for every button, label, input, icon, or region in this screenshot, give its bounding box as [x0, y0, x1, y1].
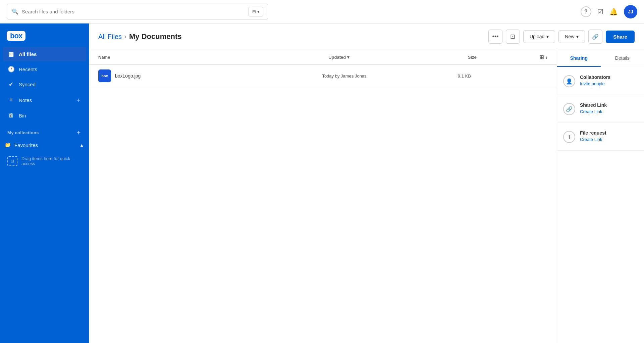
toolbar: All Files › My Documents ••• ⊡ Upload ▾ …: [89, 23, 644, 50]
main: All Files › My Documents ••• ⊡ Upload ▾ …: [89, 23, 644, 343]
filter-button[interactable]: ⊞ ▾: [249, 7, 263, 16]
file-request-icon: ⬆: [563, 131, 575, 143]
sidebar-item-notes[interactable]: ≡ Notes ＋: [3, 92, 86, 108]
sidebar-item-label: Notes: [19, 97, 71, 103]
search-container: 🔍 ⊞ ▾: [7, 4, 268, 19]
breadcrumb-separator: ›: [124, 33, 126, 40]
file-request-section: ⬆ File request Create Link: [557, 123, 644, 151]
drag-hint-text: Drag items here for quick access: [21, 156, 82, 166]
bin-icon: 🗑: [7, 112, 15, 119]
col-header-size: Size: [468, 55, 536, 60]
content-area: Name Updated ▾ Size ⊞ › box: [89, 50, 644, 343]
favourites-icon: 📁: [5, 142, 11, 148]
collections-section-title: My collections ＋: [0, 122, 89, 139]
sidebar-item-label: Recents: [19, 66, 82, 72]
new-arrow-icon: ▾: [576, 34, 579, 39]
collaborators-content: Collaborators Invite people: [580, 75, 638, 86]
collections-add-icon[interactable]: ＋: [75, 129, 82, 137]
sidebar-item-label: Bin: [19, 113, 82, 118]
table-row[interactable]: box boxLogo.jpg Today by James Jonas 9.1…: [89, 65, 557, 87]
file-thumbnail: box: [98, 69, 111, 82]
topbar-right: ? ☑ 🔔 JJ: [581, 5, 637, 18]
breadcrumb: All Files › My Documents: [98, 32, 484, 41]
shared-link-icon: 🔗: [563, 103, 575, 115]
breadcrumb-parent[interactable]: All Files: [98, 33, 122, 41]
recents-icon: 🕐: [7, 66, 15, 73]
collections-label: My collections: [7, 130, 39, 135]
collaborators-section: 👤 Collaborators Invite people: [557, 67, 644, 95]
all-files-icon: ▦: [7, 51, 15, 58]
collaborators-title: Collaborators: [580, 75, 638, 80]
breadcrumb-current: My Documents: [129, 32, 181, 41]
share-button[interactable]: Share: [606, 31, 635, 43]
sidebar-item-bin[interactable]: 🗑 Bin: [3, 108, 86, 122]
sort-icon: ▾: [347, 55, 350, 60]
more-options-button[interactable]: •••: [488, 30, 502, 44]
help-icon[interactable]: ?: [581, 6, 591, 17]
sharing-tabs: Sharing Details: [557, 50, 644, 67]
checklist-icon[interactable]: ☑: [597, 8, 603, 16]
file-name: boxLogo.jpg: [115, 73, 141, 79]
file-icon-text: box: [101, 74, 108, 78]
preview-button[interactable]: ⊡: [506, 30, 520, 44]
shared-link-section: 🔗 Shared Link Create Link: [557, 95, 644, 123]
table-header: Name Updated ▾ Size ⊞ ›: [89, 50, 557, 65]
new-label: New: [565, 34, 574, 39]
sidebar-item-favourites[interactable]: 📁 Favourites ▲: [0, 139, 89, 151]
search-input[interactable]: [22, 9, 242, 14]
sidebar-item-label: All files: [19, 51, 82, 57]
shared-link-content: Shared Link Create Link: [580, 102, 638, 114]
shared-link-title: Shared Link: [580, 102, 638, 108]
search-icon: 🔍: [12, 8, 18, 15]
topbar: 🔍 ⊞ ▾ ? ☑ 🔔 JJ: [0, 0, 644, 23]
toolbar-actions: ••• ⊡ Upload ▾ New ▾ 🔗 Share: [488, 30, 635, 44]
sidebar: box ▦ All files 🕐 Recents ✔ Synced ≡ Not…: [0, 23, 89, 343]
favourites-label: Favourites: [14, 142, 38, 148]
copy-link-button[interactable]: 🔗: [588, 30, 602, 44]
file-request-content: File request Create Link: [580, 130, 638, 142]
col-header-name: Name: [98, 55, 325, 60]
sidebar-item-recents[interactable]: 🕐 Recents: [3, 62, 86, 77]
bell-icon[interactable]: 🔔: [609, 8, 618, 16]
sidebar-logo: box: [0, 23, 89, 47]
favourites-chevron-icon: ▲: [79, 142, 84, 148]
file-updated: Today by James Jonas: [322, 74, 454, 79]
search-box: 🔍 ⊞ ▾: [7, 4, 268, 19]
sidebar-nav: ▦ All files 🕐 Recents ✔ Synced ≡ Notes ＋…: [0, 47, 89, 122]
logo-text: box: [7, 31, 25, 41]
sidebar-item-label: Synced: [19, 82, 82, 87]
file-name-cell: box boxLogo.jpg: [98, 69, 319, 82]
sharing-panel: Sharing Details 👤 Collaborators Invite p…: [557, 50, 644, 343]
sidebar-item-all-files[interactable]: ▦ All files: [3, 47, 86, 61]
notes-add-icon[interactable]: ＋: [75, 96, 82, 104]
sidebar-item-synced[interactable]: ✔ Synced: [3, 77, 86, 92]
upload-label: Upload: [530, 34, 544, 39]
tab-details[interactable]: Details: [601, 50, 644, 67]
invite-people-link[interactable]: Invite people: [580, 81, 638, 86]
file-table: Name Updated ▾ Size ⊞ › box: [89, 50, 557, 343]
avatar[interactable]: JJ: [624, 5, 637, 18]
drag-box-icon: ⊡: [7, 156, 17, 166]
list-view-icon[interactable]: ›: [546, 54, 547, 60]
view-toggle: ⊞ ›: [539, 54, 547, 60]
new-button[interactable]: New ▾: [558, 30, 585, 43]
layout: box ▦ All files 🕐 Recents ✔ Synced ≡ Not…: [0, 23, 644, 343]
collaborators-icon: 👤: [563, 75, 575, 87]
upload-arrow-icon: ▾: [546, 34, 549, 39]
grid-view-icon[interactable]: ⊞: [539, 54, 544, 60]
file-size: 9.1 KB: [458, 74, 524, 79]
synced-icon: ✔: [7, 81, 15, 88]
file-request-link[interactable]: Create Link: [580, 137, 638, 142]
drag-hint: ⊡ Drag items here for quick access: [0, 151, 89, 171]
col-header-updated[interactable]: Updated ▾: [328, 55, 465, 60]
tab-sharing[interactable]: Sharing: [557, 50, 601, 67]
notes-icon: ≡: [7, 97, 15, 103]
create-link-link[interactable]: Create Link: [580, 109, 638, 114]
file-request-title: File request: [580, 130, 638, 136]
upload-button[interactable]: Upload ▾: [523, 30, 555, 43]
